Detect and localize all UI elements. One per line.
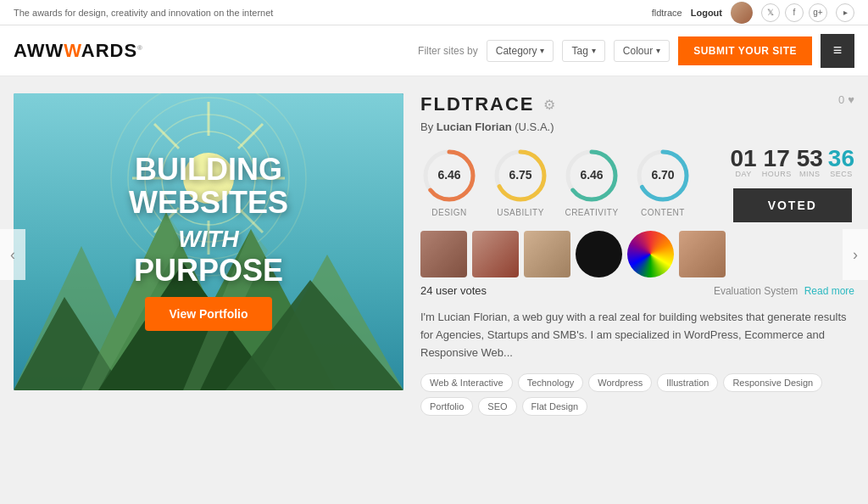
top-bar: The awards for design, creativity and in… (0, 0, 868, 25)
username-label: fldtrace (652, 8, 682, 18)
facebook-icon[interactable]: f (785, 3, 804, 22)
secs-value: 36 (828, 147, 854, 171)
submit-site-button[interactable]: SUBMIT YOUR SITE (678, 36, 812, 65)
hero-image: BUILDING WEBSITES WITH PURPOSE View Port… (14, 93, 403, 390)
colour-filter[interactable]: Colour (614, 40, 670, 62)
hamburger-menu[interactable]: ≡ (821, 34, 854, 68)
scores-countdown-row: DESIGN USABILITY CREATIVITY CONTENT (420, 147, 854, 231)
header-right: Filter sites by Category Tag Colour SUBM… (418, 34, 854, 68)
tag-wordpress[interactable]: Wordpress (588, 373, 652, 392)
creativity-label: CREATIVITY (563, 208, 620, 217)
hero-text: BUILDING WEBSITES WITH PURPOSE View Port… (129, 153, 288, 331)
view-portfolio-button[interactable]: View Portfolio (145, 297, 271, 331)
logo-accent: W (64, 40, 81, 61)
content-label: CONTENT (634, 208, 692, 217)
day-label: DAY (731, 171, 757, 178)
score-content: CONTENT (634, 147, 692, 217)
tag-portfolio[interactable]: Portfolio (420, 397, 473, 416)
heart-icon[interactable]: ♥ (848, 93, 854, 106)
rss-icon[interactable]: ▸ (836, 3, 854, 22)
creativity-circle (563, 147, 620, 204)
hero-headline: BUILDING WEBSITES WITH PURPOSE (129, 153, 288, 287)
avatar-5 (627, 231, 674, 277)
countdown-secs: 36 SECS (828, 147, 854, 178)
filter-label: Filter sites by (418, 45, 478, 57)
site-title-row: FLDTRACE ⚙ (420, 93, 555, 115)
top-bar-tagline: The awards for design, creativity and in… (14, 8, 273, 18)
author-country: (U.S.A.) (515, 120, 554, 133)
avatar-2 (472, 231, 519, 277)
usability-label: USABILITY (492, 208, 549, 217)
tag-flat-design[interactable]: Flat Design (522, 397, 588, 416)
tag-seo[interactable]: SEO (478, 397, 516, 416)
secs-label: SECS (828, 171, 854, 178)
top-bar-right: fldtrace Logout 𝕏 f g+ ▸ (652, 2, 854, 24)
content-circle (634, 147, 692, 204)
author-line: By Lucian Florian (U.S.A.) (420, 120, 555, 133)
votes-row: 24 user votes Evaluation System Read mor… (420, 284, 854, 297)
score-usability: USABILITY (492, 147, 549, 217)
hours-value: 17 (762, 147, 792, 171)
logo: AWWWARDS® (14, 40, 143, 62)
score-creativity: CREATIVITY (563, 147, 620, 217)
tag-filter[interactable]: Tag (562, 40, 604, 62)
eval-text: Evaluation System Read more (714, 285, 854, 297)
site-title: FLDTRACE (420, 93, 535, 115)
countdown-day: 01 DAY (731, 147, 757, 178)
score-design: DESIGN (420, 147, 478, 217)
mins-label: MINS (797, 171, 823, 178)
avatar-1 (420, 231, 467, 277)
tag-technology[interactable]: Technology (518, 373, 584, 392)
prev-arrow[interactable]: ‹ (0, 229, 25, 280)
read-more-link[interactable]: Read more (804, 285, 854, 297)
logo-tm: ® (137, 43, 143, 51)
countdown-mins: 53 MINS (797, 147, 823, 178)
countdown-section: 01 DAY 17 HOURS 53 MINS 36 SECS (731, 147, 854, 222)
avatars-row (420, 231, 854, 277)
social-icons: 𝕏 f g+ (761, 3, 827, 22)
likes-count: 0 (838, 93, 844, 106)
design-circle (420, 147, 478, 204)
tag-illustration[interactable]: Illustration (657, 373, 718, 392)
mins-value: 53 (797, 147, 823, 171)
voted-button[interactable]: VOTED (733, 188, 852, 222)
tag-web-interactive[interactable]: Web & Interactive (420, 373, 513, 392)
tag-responsive-design[interactable]: Responsive Design (723, 373, 822, 392)
header: AWWWARDS® Filter sites by Category Tag C… (0, 25, 868, 76)
right-panel: FLDTRACE ⚙ By Lucian Florian (U.S.A.) 0 … (420, 93, 854, 416)
votes-count: 24 user votes (420, 284, 487, 297)
countdown: 01 DAY 17 HOURS 53 MINS 36 SECS (731, 147, 854, 178)
avatar (731, 2, 753, 24)
avatar-4 (576, 231, 622, 277)
google-icon[interactable]: g+ (809, 3, 827, 22)
twitter-icon[interactable]: 𝕏 (761, 3, 780, 22)
scores-section: DESIGN USABILITY CREATIVITY CONTENT (420, 147, 692, 217)
heart-row: 0 ♥ (838, 93, 854, 106)
day-value: 01 (731, 147, 757, 171)
site-description: I'm Lucian Florian, a web guy with a rea… (420, 309, 854, 361)
category-filter[interactable]: Category (487, 40, 554, 62)
avatar-3 (524, 231, 570, 277)
main-content: ‹ (0, 76, 868, 433)
tags-section: Web & Interactive Technology Wordpress I… (420, 373, 854, 416)
settings-icon[interactable]: ⚙ (543, 97, 555, 113)
avatar-6 (679, 231, 726, 277)
design-label: DESIGN (420, 208, 478, 217)
logout-button[interactable]: Logout (691, 8, 722, 18)
hours-label: HOURS (762, 171, 792, 178)
countdown-hours: 17 HOURS (762, 147, 792, 178)
usability-circle (492, 147, 549, 204)
author-link[interactable]: Lucian Florian (437, 120, 512, 133)
next-arrow[interactable]: › (843, 229, 868, 280)
